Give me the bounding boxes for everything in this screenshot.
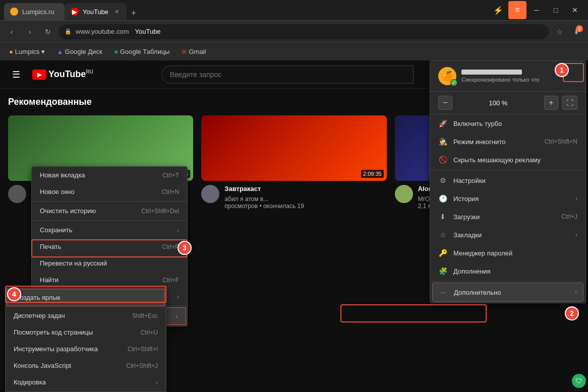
menu-item-advanced[interactable]: ··· Дополнительно ›: [432, 283, 583, 302]
yt-menu-icon[interactable]: ☰: [8, 65, 24, 84]
ctx-new-tab[interactable]: Новая вкладка Ctrl+T: [32, 167, 187, 183]
ctx-find-label: Найти: [40, 276, 162, 284]
tab-lumpics[interactable]: Lumpics.ru: [4, 3, 65, 20]
menu-item-incognito-label: Режим инкогнито: [453, 138, 539, 146]
close-button[interactable]: ✕: [566, 1, 584, 19]
yt-search-input[interactable]: [161, 66, 414, 84]
gmail-icon: ✉: [182, 48, 187, 55]
downloads-button[interactable]: ⬇ 2: [569, 24, 584, 39]
ctx-save[interactable]: Сохранить ›: [32, 222, 187, 238]
menu-item-adblock[interactable]: 🚫 Скрыть мешающую рекламу: [430, 151, 585, 169]
ctx-create-shortcut[interactable]: Создать ярлык: [7, 289, 165, 306]
ctx-devtools-shortcut: Ctrl+Shift+I: [128, 346, 158, 353]
menu-item-advanced-label: Дополнительно: [454, 289, 569, 296]
menu-item-incognito-shortcut: Ctrl+Shift+N: [545, 138, 577, 145]
yt-duration-1: 2:09:35: [361, 170, 384, 178]
ctx-print[interactable]: Печать Ctrl+P: [32, 238, 187, 255]
bookmarks-bar: ● Lumpics ▾ ▲ Google Диск ■ Google Табли…: [0, 42, 588, 60]
yt-channel-icon-1: [201, 185, 219, 203]
annotation-3: 3: [178, 241, 192, 255]
ctx-new-window-label: Новое окно: [40, 188, 162, 195]
back-button[interactable]: ‹: [4, 24, 19, 39]
gdrive-icon: ▲: [57, 48, 63, 55]
annotation-1: 1: [555, 63, 569, 77]
yt-card-info-1: Завтракаст абил я атом в... просмотров •…: [201, 185, 386, 210]
yt-card-text-1: Завтракаст абил я атом в... просмотров •…: [224, 185, 304, 210]
ctx-view-source[interactable]: Посмотреть код страницы Ctrl+U: [6, 324, 166, 341]
adblock-menu-icon: 🚫: [438, 155, 447, 164]
ctx-clear-history[interactable]: Очистить историю Ctrl+Shift+Del: [32, 203, 187, 219]
advanced-menu-icon: ···: [439, 288, 448, 297]
extra-tools-submenu: Создать ярлык Диспетчер задач Shift+Esc …: [5, 287, 166, 392]
menu-item-history[interactable]: 🕐 История ›: [430, 189, 585, 208]
menu-button[interactable]: ≡: [508, 1, 526, 19]
menu-zoom-row: − 100 % + ⛶: [430, 92, 585, 114]
bookmark-lumpics-label: Lumpics ▾: [15, 48, 45, 55]
ctx-save-label: Сохранить: [40, 226, 173, 234]
menu-item-adblock-label: Скрыть мешающую рекламу: [453, 156, 577, 164]
yt-card-channel-1: абил я атом в...: [224, 195, 304, 203]
lock-icon: 🔒: [65, 28, 72, 35]
maximize-button[interactable]: □: [547, 1, 565, 19]
tab-close-button[interactable]: ✕: [112, 8, 121, 16]
fullscreen-button[interactable]: ⛶: [562, 96, 577, 110]
zoom-value: 100 %: [456, 99, 540, 107]
ctx-encoding-arrow: ›: [156, 379, 158, 386]
ctx-encoding[interactable]: Кодировка ›: [6, 374, 166, 390]
ctx-task-manager[interactable]: Диспетчер задач Shift+Esc: [6, 307, 166, 324]
menu-item-bookmarks[interactable]: ☆ Закладки ›: [430, 226, 585, 244]
ctx-translate[interactable]: Перевести на русский: [32, 255, 187, 272]
sync-badge: ✓: [450, 79, 457, 86]
yt-logo-icon: ▶: [32, 70, 46, 80]
yt-logo[interactable]: ▶ YouTubeRU: [32, 69, 93, 80]
zoom-out-button[interactable]: −: [438, 96, 452, 110]
bookmark-button[interactable]: ☆: [552, 24, 567, 39]
menu-item-turbo[interactable]: 🚀 Включить турбо: [430, 114, 585, 133]
ctx-find[interactable]: Найти Ctrl+F: [32, 272, 187, 288]
turbo-icon[interactable]: ⚡: [489, 1, 507, 19]
tab-youtube[interactable]: ▶ YouTube ✕: [65, 3, 127, 20]
youtube-favicon: ▶: [71, 8, 79, 16]
incognito-menu-icon: 🕵: [438, 137, 447, 146]
tab-lumpics-label: Lumpics.ru: [22, 8, 54, 16]
zoom-in-button[interactable]: +: [544, 96, 558, 110]
menu-divider-2: [430, 281, 585, 282]
gsheets-icon: ■: [114, 48, 118, 55]
bookmark-gsheets[interactable]: ■ Google Таблицы: [111, 46, 173, 57]
passwords-menu-icon: 🔑: [438, 248, 447, 257]
yt-card-meta-1: просмотров • окончилась 19: [224, 203, 304, 210]
lumpics-favicon: [10, 8, 18, 16]
menu-item-passwords[interactable]: 🔑 Менеджер паролей: [430, 244, 585, 262]
bookmark-gmail-label: Gmail: [189, 48, 206, 55]
menu-profile-name: [461, 70, 522, 75]
menu-item-incognito[interactable]: 🕵 Режим инкогнито Ctrl+Shift+N: [430, 133, 585, 151]
settings-menu-icon: ⚙: [438, 176, 447, 185]
address-bar[interactable]: 🔒 www.youtube.com YouTube: [58, 24, 549, 39]
ctx-devtools[interactable]: Инструменты разработчика Ctrl+Shift+I: [6, 341, 166, 357]
bookmark-lumpics[interactable]: ● Lumpics ▾: [6, 46, 48, 57]
ctx-edit-arrow: ›: [177, 293, 179, 300]
bookmarks-arrow-icon: ›: [575, 231, 577, 238]
ctx-new-window[interactable]: Новое окно Ctrl+N: [32, 183, 187, 200]
bookmark-gmail[interactable]: ✉ Gmail: [179, 46, 209, 57]
ctx-print-shortcut: Ctrl+P: [162, 243, 179, 250]
bookmark-gdrive[interactable]: ▲ Google Диск: [54, 46, 105, 57]
ctx-clear-history-label: Очистить историю: [40, 207, 141, 215]
yt-video-card-1[interactable]: 2:09:35 Завтракаст абил я атом в... прос…: [201, 115, 386, 210]
ctx-encoding-label: Кодировка: [14, 378, 152, 386]
security-shield-icon[interactable]: 🛡: [572, 374, 586, 388]
ctx-console[interactable]: Консоль JavaScript Ctrl+Shift+J: [6, 357, 166, 374]
minimize-button[interactable]: ─: [527, 1, 546, 19]
browser-menu: 🍊 ✓ Синхронизировано только что − 100 % …: [430, 60, 586, 303]
downloads-menu-icon: ⬇: [438, 212, 447, 221]
menu-item-extensions[interactable]: 🧩 Дополнения: [430, 262, 585, 280]
forward-button[interactable]: ›: [22, 24, 37, 39]
new-tab-button[interactable]: +: [127, 6, 141, 20]
menu-item-downloads[interactable]: ⬇ Загрузки Ctrl+J: [430, 208, 585, 226]
menu-item-bookmarks-label: Закладки: [453, 231, 569, 239]
ctx-devtools-label: Инструменты разработчика: [14, 345, 128, 353]
refresh-button[interactable]: ↻: [40, 24, 55, 39]
menu-item-downloads-label: Загрузки: [453, 213, 555, 221]
menu-item-settings[interactable]: ⚙ Настройки: [430, 171, 585, 189]
menu-item-extensions-label: Дополнения: [453, 268, 577, 275]
